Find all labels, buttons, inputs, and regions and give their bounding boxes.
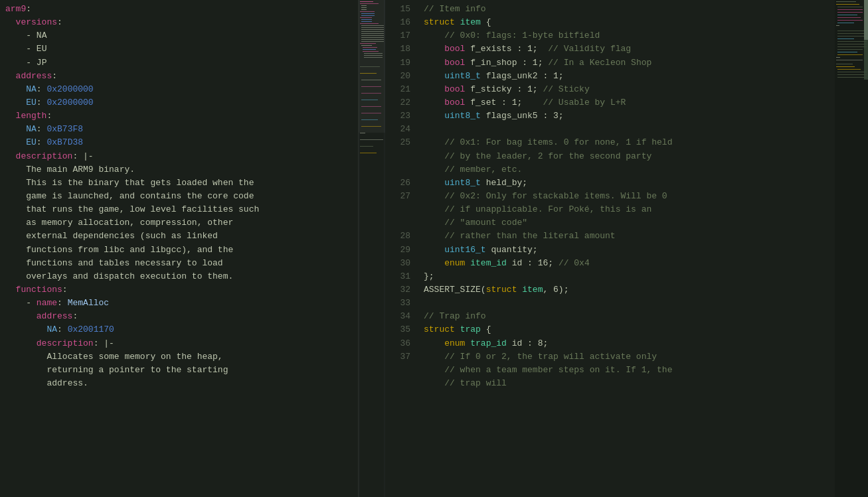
left-line-29: address. [0,377,358,390]
code-line-35: struct trap { [424,323,835,336]
code-line-27b: // if unapplicable. For Poké, this is an [424,203,835,216]
code-line-22: bool f_set : 1; // Usable by L+R [424,96,835,109]
left-line-17: as memory allocation, compression, other [0,216,358,230]
ln-37: 37 [385,350,410,364]
code-line-25c: // member, etc. [424,163,835,177]
ln-28: 28 [385,230,410,243]
ln-15: 15 [385,3,410,16]
svg-rect-47 [836,4,859,5]
minimap-svg [359,0,385,497]
svg-rect-54 [837,23,854,23]
code-line-37c: // trap will [424,377,835,390]
svg-rect-41 [360,139,383,140]
ln-36: 36 [385,337,410,350]
svg-rect-43 [360,153,377,153]
left-line-21: overlays and dispatch execution to them. [0,270,358,283]
svg-rect-50 [837,12,863,13]
left-line-2: versions: [0,16,358,29]
ln-27: 27 [385,190,410,203]
svg-rect-66 [836,57,840,58]
left-line-7: NA: 0x2000000 [0,83,358,96]
left-line-14: This is the binary that gets loaded when… [0,177,358,190]
left-line-4: - EU [0,42,358,56]
left-line-18: external dependencies (such as linked [0,230,358,243]
svg-rect-48 [837,7,863,7]
ln-25: 25 [385,136,410,149]
svg-rect-56 [837,31,867,31]
code-line-25a: // 0x1: For bag items. 0 for none, 1 if … [424,136,835,149]
line-numbers: 15 16 17 18 19 20 21 22 23 24 25 25 25 2… [385,0,418,497]
ln-34: 34 [385,310,410,323]
right-panel: 15 16 17 18 19 20 21 22 23 24 25 25 25 2… [385,0,868,497]
code-line-32: ASSERT_SIZE(struct item, 6); [424,283,835,297]
right-minimap[interactable] [835,0,868,497]
ln-21: 21 [385,83,410,96]
left-line-3: - NA [0,29,358,42]
code-line-30: enum item_id id : 16; // 0x4 [424,257,835,270]
svg-rect-53 [837,20,863,21]
svg-rect-49 [837,9,863,10]
code-line-16: struct item { [424,16,835,29]
code-line-21: bool f_sticky : 1; // Sticky [424,83,835,96]
svg-rect-69 [836,66,855,67]
code-line-24 [424,123,835,136]
svg-rect-70 [837,69,861,70]
code-content: // Item info struct item { // 0x0: flags… [418,0,835,497]
ln-26: 26 [385,177,410,190]
svg-rect-44 [359,0,385,133]
svg-rect-62 [837,46,867,47]
left-line-8: EU: 0x2000000 [0,96,358,109]
code-line-36: enum trap_id id : 8; [424,337,835,350]
left-line-27: Allocates some memory on the heap, [0,350,358,364]
left-line-26: description: |- [0,337,358,350]
minimap-panel[interactable] [359,0,385,497]
svg-rect-59 [837,38,854,39]
code-line-18: bool f_exists : 1; // Validity flag [424,42,835,56]
svg-rect-60 [837,41,867,42]
ln-33: 33 [385,297,410,310]
left-line-15: game is launched, and contains the core … [0,190,358,203]
right-minimap-svg [835,0,868,497]
ln-29: 29 [385,244,410,257]
code-line-23: uint8_t flags_unk5 : 3; [424,109,835,123]
ln-31: 31 [385,270,410,283]
ln-16: 16 [385,16,410,29]
svg-rect-73 [837,77,867,78]
code-line-15: // Item info [424,3,835,16]
svg-rect-51 [837,15,857,15]
svg-rect-72 [837,74,867,75]
ln-19: 19 [385,56,410,70]
ln-24: 24 [385,123,410,136]
code-line-34: // Trap info [424,310,835,323]
code-line-20: uint8_t flags_unk2 : 1; [424,70,835,83]
left-line-10: NA: 0xB73F8 [0,123,358,136]
svg-rect-64 [837,52,857,52]
svg-rect-52 [837,17,861,18]
code-line-26: uint8_t held_by; [424,177,835,190]
ln-35: 35 [385,323,410,336]
left-line-1: arm9: [0,3,358,16]
svg-rect-58 [837,36,867,36]
left-line-28: returning a pointer to the starting [0,364,358,377]
svg-rect-67 [836,60,863,60]
left-line-12: description: |- [0,150,358,163]
left-panel: arm9: versions: - NA - EU - JP address: … [0,0,359,497]
svg-rect-65 [837,54,863,55]
svg-rect-46 [836,1,856,2]
code-line-29: uint16_t quantity; [424,244,835,257]
ln-17: 17 [385,29,410,42]
ln-30: 30 [385,257,410,270]
code-line-27a: // 0x2: Only for stackable items. Will b… [424,190,835,203]
left-line-5: - JP [0,56,358,70]
svg-rect-75 [864,0,868,40]
left-line-19: functions from libc and libgcc), and the [0,244,358,257]
ln-23: 23 [385,109,410,123]
ln-22: 22 [385,96,410,109]
ln-18: 18 [385,42,410,56]
left-line-9: length: [0,109,358,123]
code-line-37a: // If 0 or 2, the trap will activate onl… [424,350,835,364]
svg-rect-71 [837,72,867,72]
left-line-22: functions: [0,283,358,297]
svg-rect-55 [836,25,839,26]
code-line-31: }; [424,270,835,283]
